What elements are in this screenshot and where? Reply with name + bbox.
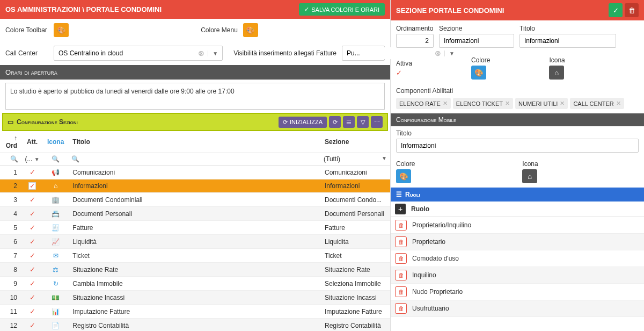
attiva-check-icon[interactable]: ✓ [396,69,412,77]
chevron-down-icon[interactable]: ▼ [382,155,387,161]
remove-tag-icon[interactable]: ✕ [505,100,510,107]
left-header-title: OS AMMINISTRAZIONI \ PORTALE CONDOMINI [5,5,162,13]
cell-icon: 📄 [43,319,68,332]
ruolo-row[interactable]: 🗑Nudo Proprietario [391,284,644,300]
filter-att[interactable]: (... [25,155,32,163]
titolo-input[interactable] [519,34,616,48]
ruolo-row[interactable]: 🗑Inquilino [391,267,644,284]
delete-ruolo-button[interactable]: 🗑 [395,220,407,231]
tag[interactable]: ELENCO RATE ✕ [396,98,451,109]
call-center-select[interactable]: ⊗ ▼ [54,46,223,61]
left-panel: OS AMMINISTRAZIONI \ PORTALE CONDOMINI ✓… [0,0,391,331]
ordinamento-input[interactable] [396,34,434,48]
remove-tag-icon[interactable]: ✕ [443,100,448,107]
table-row[interactable]: 12✓📄Registro ContabilitàRegistro Contabi… [0,319,390,332]
refresh-button[interactable]: ⟳ [329,116,341,128]
color-toolbar-label: Colore Toolbar [5,26,48,34]
remove-tag-icon[interactable]: ✕ [560,100,565,107]
icona-label: Icona [549,56,565,64]
ruolo-row[interactable]: 🗑Proprietario [391,234,644,250]
cell-att: ✓ [21,179,43,193]
filter-sezione[interactable]: (Tutti) [324,155,340,163]
clear-icon[interactable]: ⊗ [195,49,208,57]
search-icon[interactable]: 🔍 [71,155,79,163]
cell-icon: 📇 [43,207,68,221]
tag[interactable]: NUMERI UTILI ✕ [515,98,568,109]
cell-att: ✓ [21,263,43,277]
cell-icon: 📢 [43,166,68,179]
confirm-button[interactable]: ✓ [609,3,623,17]
call-center-input[interactable] [54,47,195,59]
save-btn-label: SALVA COLORI E ORARI [311,6,379,13]
table-row[interactable]: 10✓💵Situazione IncassiSituazione Incassi [0,291,390,305]
ruolo-row[interactable]: 🗑Usufruttuario [391,300,644,317]
cell-titolo: Liquidità [68,235,320,249]
search-icon[interactable]: 🔍 [10,155,18,163]
ruolo-row[interactable]: 🗑Comodato d'uso [391,250,644,267]
cell-titolo: Situazione Rate [68,263,320,277]
cell-icon: ⌂ [43,179,68,193]
table-row[interactable]: 2✓⌂InformazioniInformazioni [0,179,390,193]
cell-att: ✓ [21,193,43,207]
chevron-down-icon[interactable]: ▼ [34,156,40,162]
sezione-input[interactable] [439,34,514,48]
table-row[interactable]: 4✓📇Documenti PersonaliDocumenti Personal… [0,207,390,221]
delete-ruolo-button[interactable]: 🗑 [395,286,407,297]
orari-text[interactable]: Lo studio è aperto al pubblico da lunedì… [5,83,385,110]
cell-icon: 🏢 [43,193,68,207]
delete-ruolo-button[interactable]: 🗑 [395,270,407,280]
check-icon: ✓ [30,279,35,287]
visibilita-select[interactable]: ⊗ ▼ [342,46,385,61]
cell-titolo: Imputazione Fatture [68,305,320,319]
delete-ruolo-button[interactable]: 🗑 [395,236,407,247]
col-att[interactable]: Att. [21,131,43,153]
table-row[interactable]: 8✓⚖Situazione RateSituazione Rate [0,263,390,277]
window-icon: ▭ [8,118,13,126]
delete-button[interactable]: 🗑 [625,3,639,17]
mobile-colore-label: Colore [396,160,415,168]
cell-icon: ✉ [43,249,68,263]
search-icon[interactable]: 🔍 [52,155,60,163]
table-row[interactable]: 1✓📢ComunicazioniComunicazioni [0,166,390,179]
tag[interactable]: ELENCO TICKET ✕ [453,98,513,109]
check-icon: ✓ [30,224,35,232]
delete-ruolo-button[interactable]: 🗑 [395,303,407,314]
color-toolbar-button[interactable]: 🎨 [54,23,69,37]
icona-button[interactable]: ⌂ [549,66,564,80]
table-row[interactable]: 9✓↻Cambia ImmobileSeleziona Immobile [0,277,390,291]
mobile-icona-button[interactable]: ⌂ [522,169,537,183]
col-ord[interactable]: ↑ Ord [0,131,21,153]
ruolo-row[interactable]: 🗑Proprietario/Inquilino [391,217,644,234]
cell-sezione: Registro Contabilità [320,319,390,332]
table-row[interactable]: 11✓📊Imputazione FattureImputazione Fattu… [0,305,390,319]
chevron-down-icon[interactable]: ▼ [208,51,222,56]
delete-ruolo-button[interactable]: 🗑 [395,253,407,264]
colore-button[interactable]: 🎨 [471,66,486,80]
table-row[interactable]: 3✓🏢Documenti CondominialiDocumenti Condo… [0,193,390,207]
mobile-titolo-input[interactable] [396,139,639,153]
inizializza-label: INIZIALIZZA [290,119,323,125]
table-row[interactable]: 5✓🧾FattureFatture [0,221,390,235]
inizializza-button[interactable]: ⟳ INIZIALIZZA [279,117,327,128]
filter-button[interactable]: ▽ [357,116,369,128]
list-view-button[interactable]: ☰ [343,116,355,128]
col-icona[interactable]: Icona [43,131,68,153]
col-sezione[interactable]: Sezione [320,131,390,153]
cell-titolo: Fatture [68,221,320,235]
col-titolo[interactable]: Titolo [68,131,320,153]
more-button[interactable]: ⋯ [371,116,383,128]
table-header-row: ↑ Ord Att. Icona Titolo Sezione [0,131,390,153]
mobile-colore-button[interactable]: 🎨 [396,169,411,183]
call-center-label: Call Center [5,49,48,57]
tag[interactable]: CALL CENTER ✕ [570,98,624,109]
color-menu-button[interactable]: 🎨 [243,23,258,37]
cell-ord: 1 [0,166,21,179]
cell-sezione: Informazioni [320,179,390,193]
add-ruolo-button[interactable]: + [395,204,406,214]
mobile-icona-label: Icona [522,160,538,168]
remove-tag-icon[interactable]: ✕ [616,100,621,107]
save-colors-hours-button[interactable]: ✓ SALVA COLORI E ORARI [299,3,385,16]
check-icon: ✓ [30,307,35,315]
table-row[interactable]: 7✓✉TicketTicket [0,249,390,263]
table-row[interactable]: 6✓📈LiquiditàLiquidita [0,235,390,249]
